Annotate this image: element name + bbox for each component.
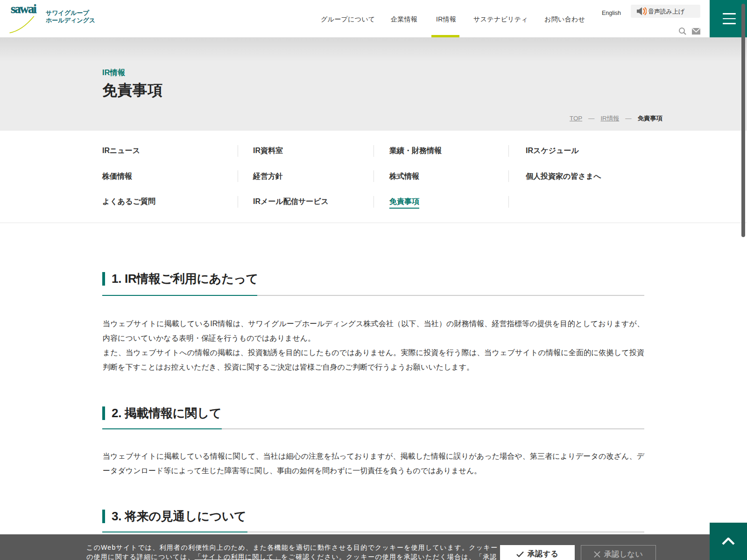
svg-text:sawai: sawai (11, 3, 37, 16)
